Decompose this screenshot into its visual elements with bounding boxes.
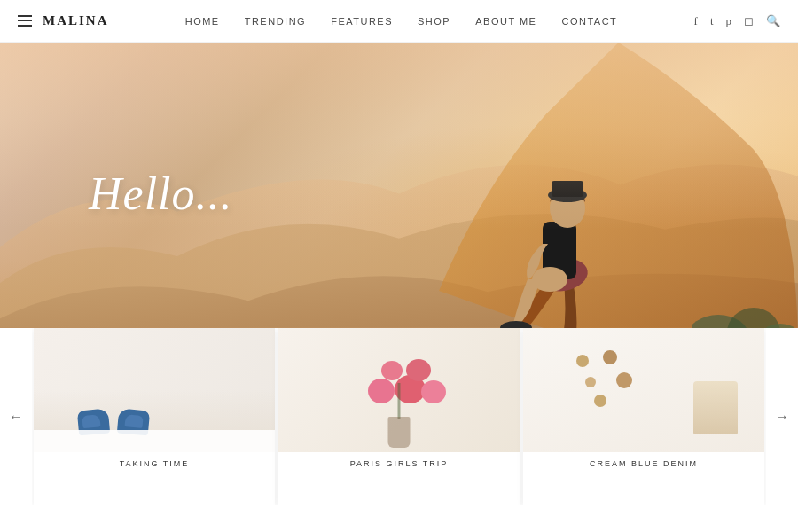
nav-home[interactable]: HOME xyxy=(185,16,220,27)
prev-arrow[interactable]: ← xyxy=(0,328,32,505)
card-image-flowers xyxy=(278,328,520,452)
flower-stems xyxy=(398,383,401,419)
fabric-decoration xyxy=(34,430,275,452)
nav-shop[interactable]: SHOP xyxy=(418,16,450,27)
flower-1 xyxy=(368,379,395,403)
site-header: MALINA HOME TRENDING FEATURES SHOP ABOUT… xyxy=(0,0,798,43)
site-logo[interactable]: MALINA xyxy=(43,13,109,28)
svg-point-6 xyxy=(548,188,587,202)
instagram-icon[interactable]: ◻ xyxy=(744,14,754,28)
nav-features[interactable]: FEATURES xyxy=(331,16,393,27)
flower-4 xyxy=(381,361,403,380)
main-nav: HOME TRENDING FEATURES SHOP ABOUT ME CON… xyxy=(185,16,618,27)
flowers-background xyxy=(278,328,520,452)
decor-background xyxy=(523,328,764,452)
header-left: MALINA xyxy=(18,13,109,28)
card-image-decor xyxy=(523,328,764,452)
next-arrow[interactable]: → xyxy=(766,328,798,505)
card-title-2: PARIS GIRLS TRIP xyxy=(278,452,520,472)
shoes-background xyxy=(34,328,275,452)
flower-3 xyxy=(421,380,446,403)
card-paris-trip: PARIS GIRLS TRIP xyxy=(278,328,520,505)
card-title-1: TAKING TIME xyxy=(34,452,275,472)
bead-2 xyxy=(603,350,617,364)
bead-4 xyxy=(616,372,632,388)
pinterest-icon[interactable]: p xyxy=(726,14,732,28)
nav-contact[interactable]: CONTACT xyxy=(561,16,617,27)
card-image-shoes xyxy=(34,328,275,452)
hero-section: Hello... xyxy=(0,43,798,355)
cards-section: ← TAKING TIME xyxy=(0,328,798,505)
bead-5 xyxy=(594,395,606,407)
facebook-icon[interactable]: f xyxy=(694,14,698,28)
flower-vase xyxy=(388,417,411,448)
nav-trending[interactable]: TRENDING xyxy=(245,16,306,27)
card-title-3: CREAM BLUE DENIM xyxy=(523,452,764,472)
flower-5 xyxy=(406,359,431,381)
hero-greeting: Hello... xyxy=(89,168,233,220)
svg-rect-7 xyxy=(552,181,583,197)
card-cream-denim: CREAM BLUE DENIM xyxy=(523,328,764,505)
card-taking-time: TAKING TIME xyxy=(34,328,275,505)
hamburger-icon[interactable] xyxy=(18,15,32,27)
bead-3 xyxy=(585,377,596,387)
decor-item xyxy=(693,381,738,434)
bead-1 xyxy=(576,355,589,367)
search-icon[interactable]: 🔍 xyxy=(766,14,780,28)
social-icons: f t p ◻ 🔍 xyxy=(694,14,780,28)
cards-outer: ← TAKING TIME xyxy=(0,328,798,505)
svg-point-5 xyxy=(550,189,585,228)
twitter-icon[interactable]: t xyxy=(710,14,714,28)
nav-about[interactable]: ABOUT ME xyxy=(475,16,536,27)
hero-person-svg xyxy=(479,98,656,355)
cards-wrapper: TAKING TIME xyxy=(32,328,766,505)
